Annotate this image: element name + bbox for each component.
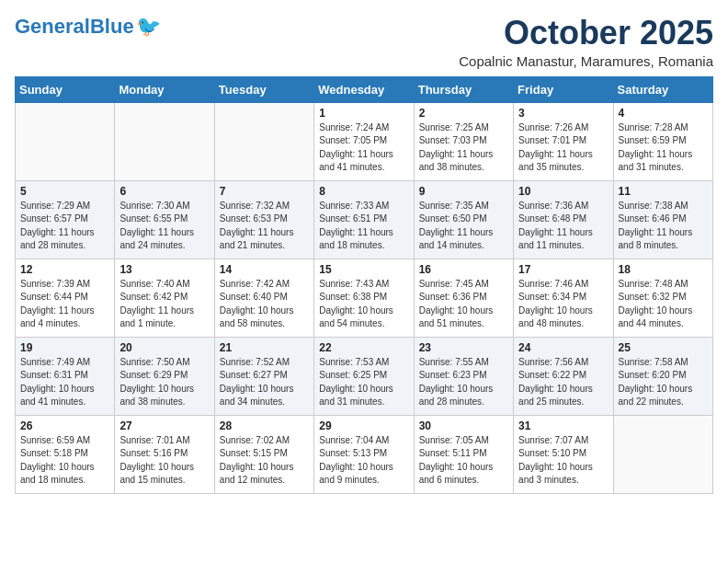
calendar-cell: 20Sunrise: 7:50 AM Sunset: 6:29 PM Dayli… [115, 337, 214, 415]
day-number: 13 [119, 263, 209, 276]
day-detail: Sunrise: 7:58 AM Sunset: 6:20 PM Dayligh… [619, 356, 708, 409]
calendar-header: Sunday Monday Tuesday Wednesday Thursday… [16, 76, 713, 102]
day-detail: Sunrise: 7:01 AM Sunset: 5:16 PM Dayligh… [119, 434, 209, 488]
calendar-cell: 31Sunrise: 7:07 AM Sunset: 5:10 PM Dayli… [514, 415, 613, 493]
calendar-cell: 13Sunrise: 7:40 AM Sunset: 6:42 PM Dayli… [115, 259, 214, 337]
calendar-cell: 16Sunrise: 7:45 AM Sunset: 6:36 PM Dayli… [414, 259, 513, 337]
calendar-cell: 19Sunrise: 7:49 AM Sunset: 6:31 PM Dayli… [16, 337, 115, 415]
day-number: 25 [619, 341, 708, 354]
logo-blue: Blue [90, 15, 134, 38]
page-header: GeneralBlue 🐦 October 2025 Copalnic Mana… [15, 15, 713, 69]
day-detail: Sunrise: 7:24 AM Sunset: 7:05 PM Dayligh… [319, 121, 408, 175]
day-detail: Sunrise: 7:04 AM Sunset: 5:13 PM Dayligh… [319, 434, 408, 488]
day-detail: Sunrise: 7:40 AM Sunset: 6:42 PM Dayligh… [119, 278, 209, 331]
calendar-cell: 11Sunrise: 7:38 AM Sunset: 6:46 PM Dayli… [613, 180, 712, 259]
calendar-week-3: 12Sunrise: 7:39 AM Sunset: 6:44 PM Dayli… [16, 259, 713, 337]
logo-bird-icon: 🐦 [136, 15, 161, 39]
day-number: 27 [119, 419, 209, 432]
calendar-body: 1Sunrise: 7:24 AM Sunset: 7:05 PM Daylig… [16, 102, 713, 493]
day-detail: Sunrise: 7:43 AM Sunset: 6:38 PM Dayligh… [319, 278, 408, 331]
day-detail: Sunrise: 7:42 AM Sunset: 6:40 PM Dayligh… [220, 278, 309, 331]
day-number: 20 [119, 341, 209, 354]
day-detail: Sunrise: 7:52 AM Sunset: 6:27 PM Dayligh… [220, 356, 309, 409]
calendar-cell: 7Sunrise: 7:32 AM Sunset: 6:53 PM Daylig… [214, 180, 313, 259]
day-detail: Sunrise: 7:02 AM Sunset: 5:15 PM Dayligh… [220, 434, 309, 488]
calendar-cell: 25Sunrise: 7:58 AM Sunset: 6:20 PM Dayli… [613, 337, 712, 415]
day-number: 24 [518, 341, 608, 354]
day-number: 4 [619, 107, 708, 120]
day-detail: Sunrise: 7:28 AM Sunset: 6:59 PM Dayligh… [619, 121, 708, 175]
calendar-cell: 26Sunrise: 6:59 AM Sunset: 5:18 PM Dayli… [16, 415, 115, 493]
calendar-cell: 12Sunrise: 7:39 AM Sunset: 6:44 PM Dayli… [16, 259, 115, 337]
calendar-week-5: 26Sunrise: 6:59 AM Sunset: 5:18 PM Dayli… [16, 415, 713, 493]
day-number: 12 [20, 263, 109, 276]
calendar-cell: 8Sunrise: 7:33 AM Sunset: 6:51 PM Daylig… [314, 180, 414, 259]
day-number: 29 [319, 419, 408, 432]
day-detail: Sunrise: 7:39 AM Sunset: 6:44 PM Dayligh… [20, 278, 109, 331]
col-friday: Friday [514, 76, 613, 102]
day-detail: Sunrise: 7:53 AM Sunset: 6:25 PM Dayligh… [319, 356, 408, 409]
calendar-cell: 17Sunrise: 7:46 AM Sunset: 6:34 PM Dayli… [514, 259, 613, 337]
day-number: 15 [319, 263, 408, 276]
day-detail: Sunrise: 6:59 AM Sunset: 5:18 PM Dayligh… [20, 434, 109, 488]
calendar-table: Sunday Monday Tuesday Wednesday Thursday… [15, 76, 713, 494]
calendar-cell: 4Sunrise: 7:28 AM Sunset: 6:59 PM Daylig… [613, 102, 712, 180]
day-number: 16 [419, 263, 508, 276]
day-detail: Sunrise: 7:35 AM Sunset: 6:50 PM Dayligh… [419, 200, 508, 253]
col-monday: Monday [115, 76, 214, 102]
day-number: 17 [518, 263, 608, 276]
calendar-cell: 24Sunrise: 7:56 AM Sunset: 6:22 PM Dayli… [514, 337, 613, 415]
day-number: 3 [518, 107, 608, 120]
day-detail: Sunrise: 7:30 AM Sunset: 6:55 PM Dayligh… [119, 200, 209, 253]
day-detail: Sunrise: 7:25 AM Sunset: 7:03 PM Dayligh… [419, 121, 508, 175]
day-number: 8 [319, 185, 408, 198]
day-detail: Sunrise: 7:05 AM Sunset: 5:11 PM Dayligh… [419, 434, 508, 488]
calendar-cell: 15Sunrise: 7:43 AM Sunset: 6:38 PM Dayli… [314, 259, 414, 337]
day-number: 26 [20, 419, 109, 432]
day-detail: Sunrise: 7:49 AM Sunset: 6:31 PM Dayligh… [20, 356, 109, 409]
calendar-cell [613, 415, 712, 493]
calendar-cell: 29Sunrise: 7:04 AM Sunset: 5:13 PM Dayli… [314, 415, 414, 493]
day-number: 9 [419, 185, 508, 198]
calendar-week-2: 5Sunrise: 7:29 AM Sunset: 6:57 PM Daylig… [16, 180, 713, 259]
day-number: 7 [220, 185, 309, 198]
calendar-cell: 22Sunrise: 7:53 AM Sunset: 6:25 PM Dayli… [314, 337, 414, 415]
day-number: 1 [319, 107, 408, 120]
day-number: 11 [619, 185, 708, 198]
logo-text: GeneralBlue [15, 17, 134, 37]
calendar-cell: 6Sunrise: 7:30 AM Sunset: 6:55 PM Daylig… [115, 180, 214, 259]
calendar-cell: 28Sunrise: 7:02 AM Sunset: 5:15 PM Dayli… [214, 415, 313, 493]
day-detail: Sunrise: 7:45 AM Sunset: 6:36 PM Dayligh… [419, 278, 508, 331]
calendar-cell: 21Sunrise: 7:52 AM Sunset: 6:27 PM Dayli… [214, 337, 313, 415]
day-detail: Sunrise: 7:26 AM Sunset: 7:01 PM Dayligh… [518, 121, 608, 175]
calendar-week-4: 19Sunrise: 7:49 AM Sunset: 6:31 PM Dayli… [16, 337, 713, 415]
day-detail: Sunrise: 7:48 AM Sunset: 6:32 PM Dayligh… [619, 278, 708, 331]
calendar-cell: 30Sunrise: 7:05 AM Sunset: 5:11 PM Dayli… [414, 415, 513, 493]
col-saturday: Saturday [613, 76, 712, 102]
day-detail: Sunrise: 7:32 AM Sunset: 6:53 PM Dayligh… [220, 200, 309, 253]
day-detail: Sunrise: 7:33 AM Sunset: 6:51 PM Dayligh… [319, 200, 408, 253]
location-subtitle: Copalnic Manastur, Maramures, Romania [459, 53, 713, 69]
calendar-cell: 2Sunrise: 7:25 AM Sunset: 7:03 PM Daylig… [414, 102, 513, 180]
day-detail: Sunrise: 7:50 AM Sunset: 6:29 PM Dayligh… [119, 356, 209, 409]
calendar-cell: 23Sunrise: 7:55 AM Sunset: 6:23 PM Dayli… [414, 337, 513, 415]
col-tuesday: Tuesday [214, 76, 313, 102]
day-detail: Sunrise: 7:56 AM Sunset: 6:22 PM Dayligh… [518, 356, 608, 409]
day-number: 2 [419, 107, 508, 120]
calendar-cell: 5Sunrise: 7:29 AM Sunset: 6:57 PM Daylig… [16, 180, 115, 259]
day-detail: Sunrise: 7:36 AM Sunset: 6:48 PM Dayligh… [518, 200, 608, 253]
day-detail: Sunrise: 7:29 AM Sunset: 6:57 PM Dayligh… [20, 200, 109, 253]
day-detail: Sunrise: 7:38 AM Sunset: 6:46 PM Dayligh… [619, 200, 708, 253]
day-number: 6 [119, 185, 209, 198]
day-number: 5 [20, 185, 109, 198]
day-number: 22 [319, 341, 408, 354]
day-number: 23 [419, 341, 508, 354]
day-number: 10 [518, 185, 608, 198]
calendar-cell: 10Sunrise: 7:36 AM Sunset: 6:48 PM Dayli… [514, 180, 613, 259]
calendar-cell [214, 102, 313, 180]
day-detail: Sunrise: 7:55 AM Sunset: 6:23 PM Dayligh… [419, 356, 508, 409]
title-block: October 2025 Copalnic Manastur, Maramure… [459, 15, 713, 69]
day-number: 19 [20, 341, 109, 354]
calendar-cell: 9Sunrise: 7:35 AM Sunset: 6:50 PM Daylig… [414, 180, 513, 259]
logo: GeneralBlue 🐦 [15, 15, 161, 39]
